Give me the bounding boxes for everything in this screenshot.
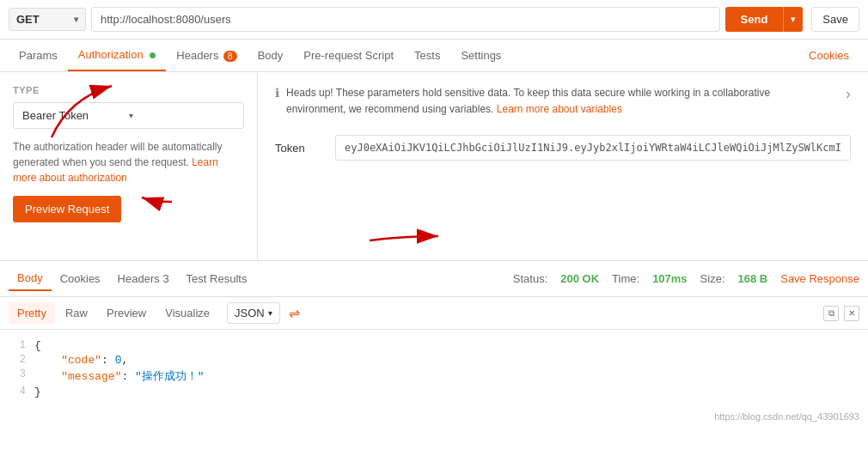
save-button[interactable]: Save: [811, 7, 859, 32]
response-tab-body[interactable]: Body: [9, 266, 52, 291]
size-value: 168 B: [738, 272, 768, 285]
code-line-2: 2 "code": 0,: [0, 353, 868, 368]
time-label: Time:: [612, 272, 639, 285]
code-area: 1 { 2 "code": 0, 3 "message": "操作成功！" 4 …: [0, 330, 868, 408]
tab-headers[interactable]: Headers 8: [166, 40, 247, 70]
auth-type-value: Bearer Token: [22, 109, 129, 122]
format-tab-raw[interactable]: Raw: [57, 302, 96, 324]
response-tab-test-results[interactable]: Test Results: [178, 267, 256, 290]
time-value: 107ms: [652, 272, 687, 285]
send-dropdown-button[interactable]: ▾: [783, 7, 803, 32]
status-value: 200 OK: [560, 272, 599, 285]
line-content-4: }: [34, 386, 41, 398]
copy-button[interactable]: ⧉: [823, 306, 839, 321]
warning-link[interactable]: Learn more about variables: [497, 103, 622, 115]
warning-box: ℹ Heads up! These parameters hold sensit…: [275, 85, 851, 118]
copy-icons: ⧉ ✕: [823, 306, 859, 321]
tab-cookies[interactable]: Cookies: [798, 40, 859, 70]
tab-tests[interactable]: Tests: [404, 40, 450, 70]
tab-body[interactable]: Body: [248, 40, 294, 70]
token-row: Token: [275, 135, 851, 161]
tab-settings[interactable]: Settings: [450, 40, 511, 70]
line-num-2: 2: [9, 354, 26, 367]
send-button[interactable]: Send: [725, 7, 784, 32]
response-section: Body Cookies Headers 3 Test Results Stat…: [0, 261, 868, 425]
clear-button[interactable]: ✕: [844, 306, 859, 321]
url-input[interactable]: [91, 7, 720, 32]
line-content-3: "message": "操作成功！": [34, 368, 205, 384]
method-arrow: ▾: [74, 15, 78, 24]
status-label: Status:: [513, 272, 547, 285]
warning-more-icon[interactable]: ›: [846, 85, 851, 103]
nav-tabs: Params Authorization Headers 8 Body Pre-…: [0, 40, 868, 72]
code-line-3: 3 "message": "操作成功！": [0, 368, 868, 385]
watermark: https://blog.csdn.net/qq_43901693: [0, 408, 868, 425]
line-content-2: "code": 0,: [34, 354, 128, 367]
format-tab-visualize[interactable]: Visualize: [156, 302, 218, 324]
warning-icon: ℹ: [275, 86, 279, 100]
line-num-4: 4: [9, 386, 26, 398]
method-select[interactable]: GET ▾: [9, 8, 86, 31]
send-btn-group: Send ▾: [725, 7, 804, 32]
tab-authorization[interactable]: Authorization: [68, 40, 167, 71]
format-bar: Pretty Raw Preview Visualize JSON ▾ ⇌ ⧉ …: [0, 297, 868, 330]
line-num-3: 3: [9, 368, 26, 384]
type-label: TYPE: [13, 85, 244, 95]
auth-type-arrow: ▾: [129, 111, 235, 120]
response-tabs-bar: Body Cookies Headers 3 Test Results Stat…: [0, 261, 868, 297]
format-tab-pretty[interactable]: Pretty: [9, 302, 55, 324]
token-input[interactable]: [335, 135, 851, 161]
response-tab-headers[interactable]: Headers 3: [109, 267, 178, 290]
right-panel: ℹ Heads up! These parameters hold sensit…: [258, 72, 868, 260]
response-status-bar: Status: 200 OK Time: 107ms Size: 168 B S…: [513, 272, 859, 285]
format-type-arrow: ▾: [268, 308, 272, 318]
method-value: GET: [16, 13, 40, 26]
auth-type-select[interactable]: Bearer Token ▾: [13, 102, 244, 129]
left-panel: TYPE Bearer Token ▾ The authorization he…: [0, 72, 258, 260]
auth-description: The authorization header will be automat…: [13, 139, 244, 185]
format-type-value: JSON: [235, 307, 265, 319]
warning-text: Heads up! These parameters hold sensitiv…: [286, 85, 832, 118]
format-type-select[interactable]: JSON ▾: [227, 302, 280, 324]
code-line-1: 1 {: [0, 338, 868, 353]
preview-request-button[interactable]: Preview Request: [13, 196, 121, 222]
format-tab-preview[interactable]: Preview: [98, 302, 155, 324]
main-content: TYPE Bearer Token ▾ The authorization he…: [0, 72, 868, 261]
size-label: Size:: [700, 272, 725, 285]
line-content-1: {: [34, 339, 41, 352]
headers-badge: 8: [223, 51, 237, 62]
authorization-dot: [150, 52, 156, 58]
wrap-icon[interactable]: ⇌: [289, 305, 300, 321]
tab-params[interactable]: Params: [9, 40, 68, 70]
save-response-button[interactable]: Save Response: [780, 272, 859, 285]
line-num-1: 1: [9, 339, 26, 352]
response-tab-cookies[interactable]: Cookies: [52, 267, 109, 290]
top-bar: GET ▾ Send ▾ Save: [0, 0, 868, 40]
token-label: Token: [275, 142, 318, 155]
tab-prerequest[interactable]: Pre-request Script: [293, 40, 404, 70]
response-headers-badge: 3: [162, 272, 168, 285]
code-line-4: 4 }: [0, 385, 868, 399]
